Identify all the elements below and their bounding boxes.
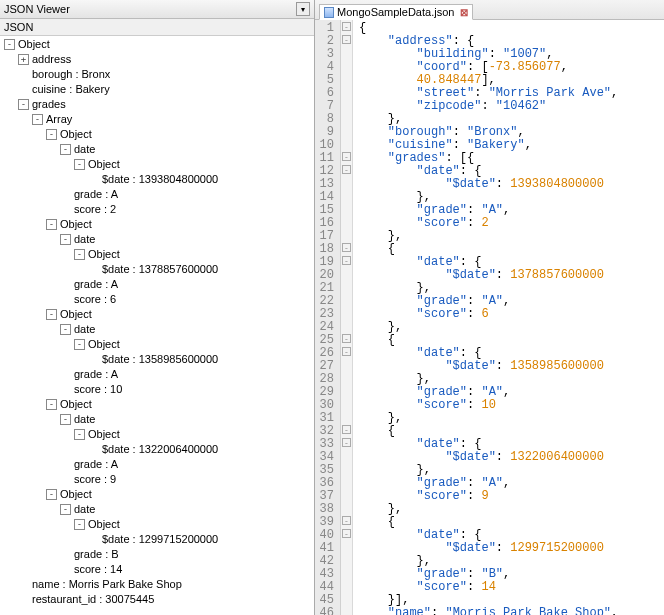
tree-row[interactable]: cuisine : Bakery [0,82,314,97]
tree-row[interactable]: $date : 1299715200000 [0,532,314,547]
tree-row[interactable]: grade : A [0,277,314,292]
collapse-icon[interactable]: - [60,414,71,425]
tree-label: Object [60,397,96,412]
panel-menu-dropdown-icon[interactable]: ▾ [296,2,310,16]
collapse-icon[interactable]: - [18,99,29,110]
collapse-icon[interactable]: - [46,129,57,140]
collapse-icon[interactable]: - [74,159,85,170]
tree-row[interactable]: score : 9 [0,472,314,487]
fold-toggle-icon[interactable]: - [342,438,351,447]
fold-toggle-icon[interactable]: - [342,334,351,343]
tree-row[interactable]: -grades [0,97,314,112]
tree-label: date [74,232,99,247]
code-line[interactable]: "name": "Morris Park Bake Shop", [359,607,664,615]
tree-row[interactable]: -Object [0,307,314,322]
tree-row[interactable]: -Object [0,397,314,412]
tree-row[interactable]: grade : A [0,367,314,382]
collapse-icon[interactable]: - [60,324,71,335]
tree-row[interactable]: borough : Bronx [0,67,314,82]
collapse-icon[interactable]: - [46,489,57,500]
code-line[interactable]: }, [359,230,664,243]
tab-mongosampledata[interactable]: MongoSampleData.json ⊠ [319,4,473,20]
fold-toggle-icon[interactable]: - [342,516,351,525]
expand-icon[interactable]: + [18,54,29,65]
fold-toggle-icon[interactable]: - [342,165,351,174]
fold-toggle-icon[interactable]: - [342,256,351,265]
collapse-icon[interactable]: - [60,144,71,155]
tree-row[interactable]: -date [0,142,314,157]
tree-row[interactable]: score : 6 [0,292,314,307]
tree-row[interactable]: grade : A [0,457,314,472]
tree-row[interactable]: -Object [0,127,314,142]
code-line[interactable]: }, [359,412,664,425]
collapse-icon[interactable]: - [4,39,15,50]
fold-toggle-icon[interactable]: - [342,35,351,44]
tree-label: Object [60,487,96,502]
tree-label: $date : 1322006400000 [102,442,222,457]
tree-row[interactable]: -Object [0,217,314,232]
tree-row[interactable]: -Object [0,427,314,442]
tree-row[interactable]: $date : 1378857600000 [0,262,314,277]
tree-row[interactable]: grade : B [0,547,314,562]
code-line[interactable]: "score": 9 [359,490,664,503]
tree-row[interactable]: score : 2 [0,202,314,217]
collapse-icon[interactable]: - [46,309,57,320]
tree-row[interactable]: restaurant_id : 30075445 [0,592,314,607]
tree-row[interactable]: $date : 1358985600000 [0,352,314,367]
tree-label: grade : A [74,187,122,202]
tree-label: Object [88,247,124,262]
collapse-icon[interactable]: - [32,114,43,125]
code-line[interactable]: "score": 6 [359,308,664,321]
collapse-icon[interactable]: - [60,504,71,515]
tree-row[interactable]: -date [0,502,314,517]
tree-row[interactable]: -date [0,412,314,427]
code-area[interactable]: { "address": { "building": "1007", "coor… [353,20,664,615]
collapse-icon[interactable]: - [74,339,85,350]
tree-row[interactable]: -Object [0,37,314,52]
close-icon[interactable]: ⊠ [460,7,468,18]
tree-row[interactable]: -date [0,232,314,247]
collapse-icon[interactable]: - [74,519,85,530]
code-line[interactable]: "zipcode": "10462" [359,100,664,113]
code-line[interactable]: }, [359,321,664,334]
tree-row[interactable]: name : Morris Park Bake Shop [0,577,314,592]
tree-column-header[interactable]: JSON [0,19,314,36]
collapse-icon[interactable]: - [60,234,71,245]
fold-toggle-icon[interactable]: - [342,243,351,252]
panel-title-text: JSON Viewer [4,3,70,15]
fold-toggle-icon[interactable]: - [342,425,351,434]
tree-row[interactable]: -Object [0,487,314,502]
tree-label: score : 10 [74,382,126,397]
tree-row[interactable]: -Array [0,112,314,127]
json-tree[interactable]: -Object+addressborough : Bronxcuisine : … [0,36,314,615]
code-line[interactable]: "score": 10 [359,399,664,412]
fold-toggle-icon[interactable]: - [342,529,351,538]
tree-row[interactable]: grade : A [0,187,314,202]
code-line[interactable]: }, [359,503,664,516]
tree-row[interactable]: -Object [0,247,314,262]
tree-row[interactable]: score : 14 [0,562,314,577]
tree-label: score : 14 [74,562,126,577]
tree-row[interactable]: +address [0,52,314,67]
tree-row[interactable]: -date [0,322,314,337]
tree-row[interactable]: $date : 1393804800000 [0,172,314,187]
tree-label: date [74,322,99,337]
tree-label: grades [32,97,70,112]
tree-row[interactable]: -Object [0,517,314,532]
fold-toggle-icon[interactable]: - [342,347,351,356]
fold-column[interactable]: ------------ [341,20,353,615]
tree-label: $date : 1378857600000 [102,262,222,277]
fold-toggle-icon[interactable]: - [342,152,351,161]
code-line[interactable]: "score": 2 [359,217,664,230]
tree-row[interactable]: -Object [0,337,314,352]
collapse-icon[interactable]: - [46,219,57,230]
tree-row[interactable]: score : 10 [0,382,314,397]
fold-toggle-icon[interactable]: - [342,22,351,31]
tree-label: address [32,52,75,67]
tree-row[interactable]: -Object [0,157,314,172]
collapse-icon[interactable]: - [46,399,57,410]
collapse-icon[interactable]: - [74,429,85,440]
code-editor[interactable]: 1234567891011121314151617181920212223242… [315,20,664,615]
tree-row[interactable]: $date : 1322006400000 [0,442,314,457]
collapse-icon[interactable]: - [74,249,85,260]
